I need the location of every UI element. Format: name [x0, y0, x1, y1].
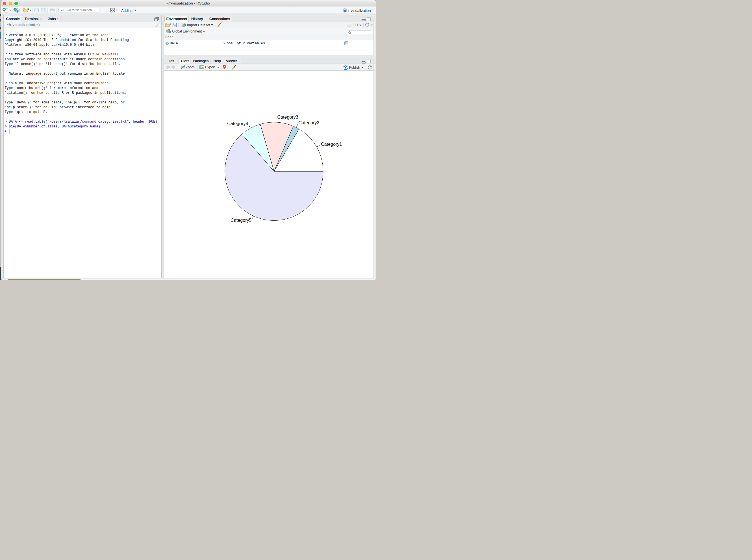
svg-text:Category2: Category2 [298, 120, 319, 125]
svg-text:Category1: Category1 [321, 141, 342, 146]
svg-text:Category3: Category3 [277, 114, 298, 119]
svg-text:R: R [16, 9, 18, 12]
svg-text:Category5: Category5 [230, 217, 251, 222]
svg-text:R: R [344, 9, 346, 12]
svg-text:Category4: Category4 [227, 121, 248, 126]
